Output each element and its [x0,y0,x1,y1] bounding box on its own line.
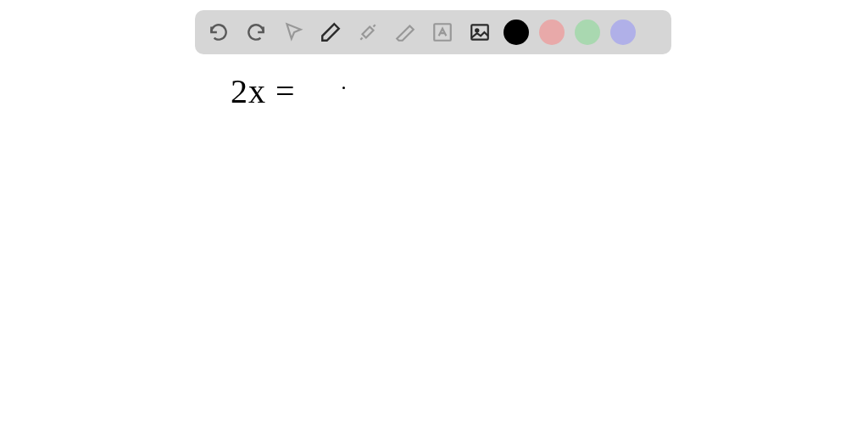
tools-button[interactable] [354,19,381,46]
image-button[interactable] [466,19,493,46]
svg-point-2 [476,29,478,31]
undo-icon [208,21,230,43]
cursor-button[interactable] [280,19,307,46]
undo-button[interactable] [205,19,232,46]
canvas-handwriting: 2x = [231,71,296,111]
pen-button[interactable] [317,19,344,46]
color-green[interactable] [575,20,600,45]
cursor-icon [282,21,304,43]
pen-icon [320,21,342,43]
eraser-icon [394,21,416,43]
color-black[interactable] [504,20,529,45]
text-icon [431,21,453,43]
canvas-dot [342,87,345,89]
tools-icon [357,21,379,43]
image-icon [469,21,491,43]
color-pink[interactable] [539,20,565,45]
text-button[interactable] [429,19,456,46]
redo-button[interactable] [242,19,270,46]
color-purple[interactable] [610,20,636,45]
eraser-button[interactable] [392,19,419,46]
toolbar [195,10,671,54]
redo-icon [245,21,267,43]
